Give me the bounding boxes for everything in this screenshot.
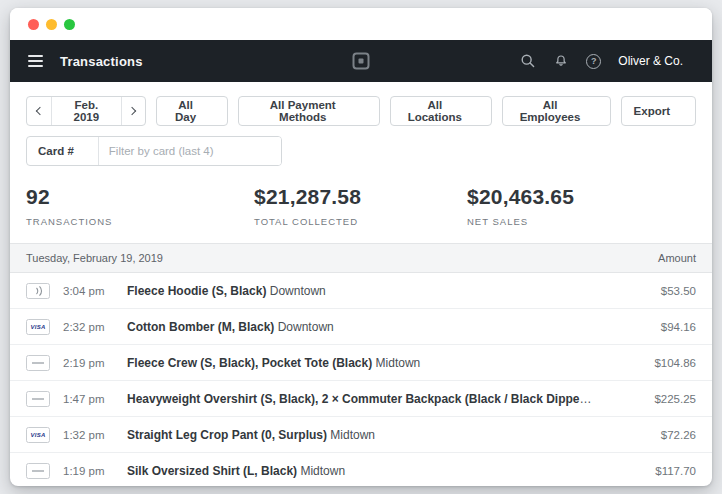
transaction-time: 1:32 pm bbox=[63, 429, 127, 441]
transaction-description: Cotton Bomber (M, Black) Downtown bbox=[127, 320, 596, 334]
transaction-description: Fleece Crew (S, Black), Pocket Tote (Bla… bbox=[127, 356, 596, 370]
bell-icon[interactable] bbox=[553, 53, 569, 69]
help-icon[interactable]: ? bbox=[586, 54, 601, 69]
card-number-filter: Card # bbox=[26, 136, 282, 166]
next-month-button[interactable] bbox=[121, 97, 145, 125]
date-filter: Feb. 2019 bbox=[26, 96, 146, 126]
table-header: Tuesday, February 19, 2019 Amount bbox=[10, 243, 712, 273]
transaction-amount: $53.50 bbox=[596, 285, 696, 297]
transaction-location: Downtown bbox=[278, 320, 334, 334]
transaction-amount: $117.70 bbox=[596, 465, 696, 477]
table-date-header: Tuesday, February 19, 2019 bbox=[26, 252, 163, 264]
stat-total-collected: $21,287.58 TOTAL COLLECTED bbox=[254, 185, 467, 227]
payment-methods-filter[interactable]: All Payment Methods bbox=[238, 96, 380, 126]
prev-month-button[interactable] bbox=[27, 97, 51, 125]
visa-card-icon: VISA bbox=[26, 427, 50, 443]
transaction-time: 2:32 pm bbox=[63, 321, 127, 333]
contactless-card-icon bbox=[26, 283, 50, 299]
page-title: Transactions bbox=[60, 54, 143, 69]
close-window-button[interactable] bbox=[28, 19, 39, 30]
table-row[interactable]: 3:04 pm Fleece Hoodie (S, Black) Downtow… bbox=[10, 273, 712, 309]
stat-label: TOTAL COLLECTED bbox=[254, 216, 467, 227]
zoom-window-button[interactable] bbox=[64, 19, 75, 30]
stat-value: $20,463.65 bbox=[467, 185, 574, 209]
transaction-location: Midtown bbox=[300, 464, 345, 478]
search-icon[interactable] bbox=[520, 53, 536, 69]
transaction-time: 1:47 pm bbox=[63, 393, 127, 405]
transactions-table: Tuesday, February 19, 2019 Amount 3:04 p… bbox=[10, 243, 712, 486]
generic-card-icon bbox=[26, 355, 50, 371]
employees-filter[interactable]: All Employees bbox=[502, 96, 610, 126]
window-titlebar bbox=[10, 8, 712, 40]
square-logo-icon bbox=[353, 53, 370, 70]
stat-label: TRANSACTIONS bbox=[26, 216, 254, 227]
transaction-location: Downtown bbox=[270, 284, 326, 298]
stat-net-sales: $20,463.65 NET SALES bbox=[467, 185, 574, 227]
visa-card-icon: VISA bbox=[26, 319, 50, 335]
transaction-time: 1:19 pm bbox=[63, 465, 127, 477]
table-row[interactable]: 1:47 pm Heavyweight Overshirt (S, Black)… bbox=[10, 381, 712, 417]
date-range-button[interactable]: Feb. 2019 bbox=[51, 97, 122, 125]
chevron-left-icon bbox=[36, 107, 44, 115]
transaction-description: Fleece Hoodie (S, Black) Downtown bbox=[127, 284, 596, 298]
stat-label: NET SALES bbox=[467, 216, 574, 227]
account-menu[interactable]: Oliver & Co. bbox=[618, 54, 696, 68]
filter-bar: Feb. 2019 All Day All Payment Methods Al… bbox=[10, 96, 712, 126]
transaction-description: Silk Oversized Shirt (L, Black) Midtown bbox=[127, 464, 596, 478]
transaction-amount: $72.26 bbox=[596, 429, 696, 441]
transaction-description: Straight Leg Crop Pant (0, Surplus) Midt… bbox=[127, 428, 596, 442]
generic-card-icon bbox=[26, 391, 50, 407]
app-window: Transactions ? Oliver & Co. bbox=[10, 8, 712, 486]
transaction-amount: $225.25 bbox=[596, 393, 696, 405]
locations-filter[interactable]: All Locations bbox=[390, 96, 492, 126]
svg-text:VISA: VISA bbox=[30, 432, 45, 438]
table-row[interactable]: VISA 1:32 pm Straight Leg Crop Pant (0, … bbox=[10, 417, 712, 453]
generic-card-icon bbox=[26, 463, 50, 479]
transaction-location: Midtown bbox=[376, 356, 421, 370]
amount-column-header: Amount bbox=[658, 252, 696, 264]
transaction-description: Heavyweight Overshirt (S, Black), 2 × Co… bbox=[127, 392, 596, 406]
transaction-time: 2:19 pm bbox=[63, 357, 127, 369]
stat-transactions: 92 TRANSACTIONS bbox=[26, 185, 254, 227]
menu-icon[interactable] bbox=[26, 51, 45, 71]
chevron-right-icon bbox=[128, 107, 136, 115]
transaction-time: 3:04 pm bbox=[63, 285, 127, 297]
account-name: Oliver & Co. bbox=[618, 54, 683, 68]
table-row[interactable]: 1:19 pm Silk Oversized Shirt (L, Black) … bbox=[10, 453, 712, 486]
summary-stats: 92 TRANSACTIONS $21,287.58 TOTAL COLLECT… bbox=[10, 185, 712, 227]
card-filter-type-button[interactable]: Card # bbox=[27, 137, 99, 165]
transaction-location: Midtown bbox=[330, 428, 375, 442]
top-nav: Transactions ? Oliver & Co. bbox=[10, 40, 712, 82]
card-filter-input[interactable] bbox=[99, 137, 281, 165]
table-row[interactable]: 2:19 pm Fleece Crew (S, Black), Pocket T… bbox=[10, 345, 712, 381]
minimize-window-button[interactable] bbox=[46, 19, 57, 30]
all-day-filter[interactable]: All Day bbox=[156, 96, 229, 126]
export-button[interactable]: Export bbox=[621, 96, 696, 126]
svg-text:VISA: VISA bbox=[30, 324, 45, 330]
table-row[interactable]: VISA 2:32 pm Cotton Bomber (M, Black) Do… bbox=[10, 309, 712, 345]
stat-value: 92 bbox=[26, 185, 254, 209]
stat-value: $21,287.58 bbox=[254, 185, 467, 209]
transaction-amount: $94.16 bbox=[596, 321, 696, 333]
transaction-amount: $104.86 bbox=[596, 357, 696, 369]
